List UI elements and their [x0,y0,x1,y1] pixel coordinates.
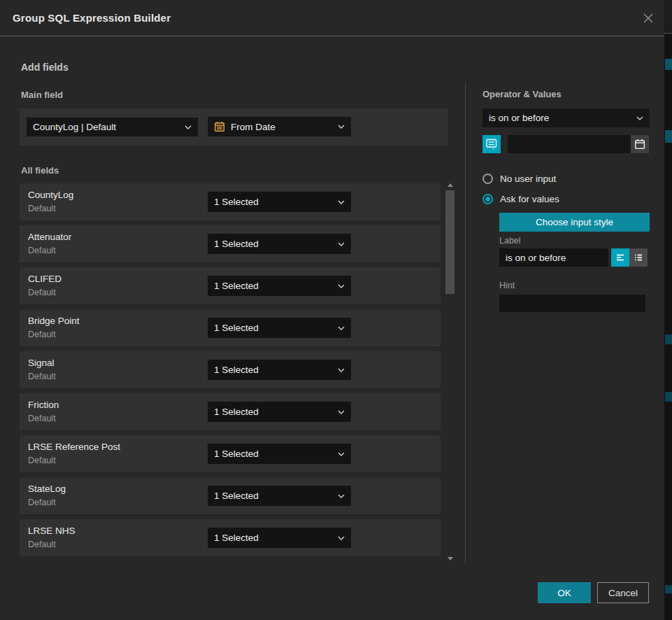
choose-input-style-button[interactable]: Choose input style [499,213,650,232]
background-app-fragment [665,59,672,70]
field-values-dropdown[interactable]: 1 Selected [208,192,351,212]
chevron-down-icon [185,125,192,129]
field-name: Bridge Point [28,316,80,326]
add-fields-heading: Add fields [21,62,69,73]
field-values-dropdown-value: 1 Selected [214,323,334,333]
field-values-dropdown[interactable]: 1 Selected [208,402,351,422]
background-app-fragment [664,0,672,34]
field-name: LRSE NHS [28,526,76,536]
field-row: LRSE NHSDefault1 Selected [20,519,441,556]
group-sql-expression-builder-dialog: Group SQL Expression Builder Add fields … [0,0,664,620]
chevron-down-icon [338,200,345,204]
dialog-header: Group SQL Expression Builder [0,0,664,36]
field-subtitle: Default [28,456,56,465]
field-row: LRSE Reference PostDefault1 Selected [20,435,441,472]
value-input-type-button[interactable] [482,135,501,153]
scrollbar-thumb[interactable] [445,190,455,294]
field-values-dropdown-value: 1 Selected [214,449,334,459]
panel-divider [465,83,466,563]
dialog-title: Group SQL Expression Builder [13,0,171,36]
field-subtitle: Default [28,372,56,381]
close-icon[interactable] [641,10,656,26]
hint-input[interactable] [499,295,645,312]
hint-field-caption: Hint [499,281,515,290]
field-name: LRSE Reference Post [28,442,120,452]
list-scrollbar[interactable] [445,181,455,562]
main-layer-dropdown-value: CountyLog | Default [33,122,180,132]
radio-circle-icon [482,174,493,184]
operator-dropdown[interactable]: is on or before [482,108,650,127]
label-input[interactable] [499,248,608,267]
ok-button[interactable]: OK [538,582,591,603]
radio-selected-icon [482,194,493,204]
field-subtitle: Default [28,204,56,213]
field-subtitle: Default [28,540,56,549]
background-app-fragment [665,334,672,344]
list-style-button[interactable] [629,248,648,267]
align-left-icon [615,252,626,263]
field-subtitle: Default [28,246,56,255]
field-values-dropdown[interactable]: 1 Selected [208,360,351,380]
background-app-fragment [665,130,672,143]
background-app-strip [664,0,672,620]
field-subtitle: Default [28,330,56,339]
field-subtitle: Default [28,414,56,423]
field-row: AttenuatorDefault1 Selected [20,225,441,262]
scroll-down-icon[interactable] [448,557,453,561]
field-row: CountyLogDefault1 Selected [20,183,441,220]
bullet-list-icon [633,252,644,263]
field-row: SignalDefault1 Selected [20,351,441,388]
field-row: FrictionDefault1 Selected [20,393,441,430]
field-row: Bridge PointDefault1 Selected [20,309,441,346]
single-line-style-button[interactable] [611,248,629,267]
background-app-fragment [665,585,672,593]
field-values-dropdown[interactable]: 1 Selected [208,234,351,254]
label-field-caption: Label [499,236,521,246]
field-name: CountyLog [28,190,73,200]
radio-ask-for-values-label: Ask for values [500,194,559,204]
field-values-dropdown-value: 1 Selected [214,197,334,207]
all-fields-list: CountyLogDefault1 SelectedAttenuatorDefa… [20,183,441,561]
field-values-dropdown[interactable]: 1 Selected [208,318,351,338]
main-field-dropdown-value: From Date [231,122,334,132]
cancel-button[interactable]: Cancel [597,582,649,603]
all-fields-heading: All fields [21,165,59,176]
main-field-heading: Main field [21,90,63,100]
radio-no-user-input-label: No user input [500,174,556,184]
radio-ask-for-values[interactable]: Ask for values [482,192,559,205]
date-picker-button[interactable] [631,135,649,153]
operator-values-heading: Operator & Values [482,89,562,99]
chevron-down-icon [338,410,345,414]
field-subtitle: Default [28,498,56,507]
chevron-down-icon [338,125,345,129]
chevron-down-icon [338,452,345,456]
field-row: StateLogDefault1 Selected [20,477,441,514]
main-field-dropdown[interactable]: From Date [208,117,351,136]
field-values-dropdown-value: 1 Selected [214,281,334,291]
field-values-dropdown[interactable]: 1 Selected [208,528,351,548]
calendar-icon [214,121,225,132]
chevron-down-icon [338,536,345,540]
chevron-down-icon [338,494,345,498]
field-row: CLIFEDDefault1 Selected [20,267,441,304]
field-values-dropdown-value: 1 Selected [214,365,334,375]
field-name: Signal [28,358,55,368]
field-name: Friction [28,400,59,410]
scroll-up-icon[interactable] [448,183,453,187]
field-values-dropdown[interactable]: 1 Selected [208,444,351,464]
main-field-panel: CountyLog | Default From Date [20,108,448,146]
radio-no-user-input[interactable]: No user input [482,172,556,185]
chevron-down-icon [338,284,345,288]
chevron-down-icon [338,326,345,330]
chevron-down-icon [338,368,345,372]
chevron-down-icon [338,242,345,246]
main-layer-dropdown[interactable]: CountyLog | Default [27,118,198,136]
field-name: StateLog [28,484,66,494]
date-value-input[interactable] [508,135,631,153]
field-subtitle: Default [28,288,56,297]
field-values-dropdown[interactable]: 1 Selected [208,276,351,296]
field-values-dropdown-value: 1 Selected [214,239,334,249]
field-values-dropdown[interactable]: 1 Selected [208,486,351,506]
background-app-fragment [665,392,672,402]
field-values-dropdown-value: 1 Selected [214,533,334,543]
